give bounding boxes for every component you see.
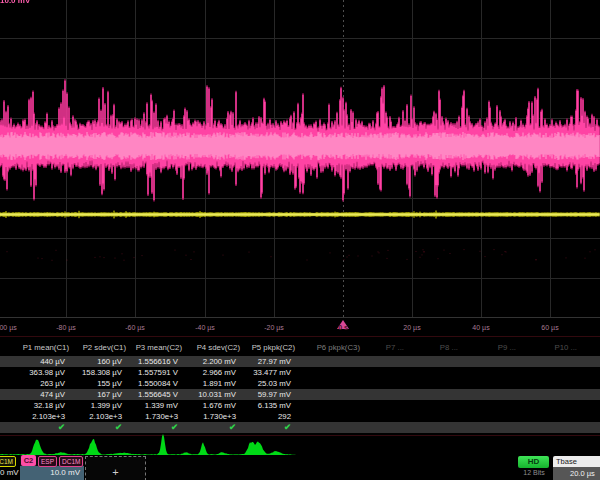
meas-value: 25.03 mV: [238, 378, 291, 389]
meas-value: 440 µV: [5, 356, 65, 367]
meas-header-p2[interactable]: P2 sdev(C1): [83, 342, 126, 353]
meas-value: 1.556645 V: [124, 389, 178, 400]
meas-value: 2.103e+3: [5, 411, 65, 422]
meas-value: 1.730e+3: [124, 411, 178, 422]
time-axis-tick: 60 µs: [541, 324, 558, 331]
meas-value: 2.966 mV: [180, 367, 236, 378]
meas-value: 1.339 mV: [124, 400, 178, 411]
descriptor-strip: DC1M 0 mV C2 ESP DC1M 10.0 mV + HD 12 Bi…: [0, 455, 600, 480]
measurement-table: P1 mean(C1)P2 sdev(C1)P3 mean(C2)P4 sdev…: [0, 336, 600, 434]
meas-value: 1.891 mV: [180, 378, 236, 389]
meas-value: 167 µV: [67, 389, 122, 400]
time-axis-tick: 20 µs: [403, 324, 420, 331]
table-status-row: [0, 422, 600, 433]
time-axis: -100 µs-80 µs-60 µs-40 µs-20 µs0 s20 µs4…: [0, 318, 600, 335]
waveform-grid: 10.0 mV: [0, 0, 600, 318]
waveform-traces: [0, 0, 600, 318]
time-axis-tick: -60 µs: [125, 324, 145, 331]
meas-header-p6: P6 pkpk(C3): [317, 342, 360, 353]
status-check-icon: ✔: [216, 422, 236, 433]
meas-value: 1.730e+3: [180, 411, 236, 422]
meas-header-p10: P10 ...: [554, 342, 577, 353]
oscilloscope-screen: 10.0 mV -100 µs-80 µs-60 µs-40 µs-20 µs0…: [0, 0, 600, 480]
channel1-descriptor[interactable]: DC1M 0 mV: [0, 455, 16, 480]
trigger-time-label: 0 s: [338, 324, 348, 331]
timebase-title: Tbase: [553, 456, 600, 467]
hd-mode-badge[interactable]: HD: [518, 456, 549, 468]
c2-eres-badge: ESP: [38, 456, 57, 467]
meas-header-p5[interactable]: P5 pkpk(C2): [252, 342, 295, 353]
status-check-icon: ✔: [271, 422, 291, 433]
meas-value: 158.308 µV: [67, 367, 122, 378]
plus-icon: +: [112, 466, 118, 478]
meas-value: 10.031 mV: [180, 389, 236, 400]
c1-coupling-badge: DC1M: [0, 456, 16, 467]
meas-value: 59.97 mV: [238, 389, 291, 400]
meas-value: 1.557591 V: [124, 367, 178, 378]
meas-value: 33.477 mV: [238, 367, 291, 378]
meas-value: 160 µV: [67, 356, 122, 367]
meas-header-p8: P8 ...: [440, 342, 458, 353]
status-check-icon: ✔: [45, 422, 65, 433]
time-axis-tick: -80 µs: [56, 324, 76, 331]
status-check-icon: ✔: [102, 422, 122, 433]
status-check-icon: ✔: [158, 422, 178, 433]
c2-coupling-badge: DC1M: [59, 456, 83, 467]
meas-value: 2.103e+3: [67, 411, 122, 422]
meas-value: 263 µV: [5, 378, 65, 389]
meas-value: 363.98 µV: [5, 367, 65, 378]
c1-scale-value: 0 mV: [0, 468, 19, 477]
time-axis-tick: -40 µs: [195, 324, 215, 331]
timebase-body: 20.0 µs: [553, 467, 600, 480]
meas-header-p7: P7 ...: [386, 342, 404, 353]
meas-header-p3[interactable]: P3 mean(C2): [136, 342, 182, 353]
meas-value: 6.135 mV: [238, 400, 291, 411]
meas-value: 155 µV: [67, 378, 122, 389]
add-trace-button[interactable]: +: [85, 456, 146, 480]
c2-scale-value: 10.0 mV: [50, 468, 80, 477]
meas-value: 2.200 mV: [180, 356, 236, 367]
meas-value: 32.18 µV: [5, 400, 65, 411]
c2-tab[interactable]: C2: [21, 455, 36, 466]
time-axis-tick: 40 µs: [472, 324, 489, 331]
time-axis-tick: -20 µs: [264, 324, 284, 331]
meas-value: 1.550084 V: [124, 378, 178, 389]
hd-bits-label: 12 Bits: [514, 469, 554, 476]
meas-header-p4[interactable]: P4 sdev(C2): [197, 342, 240, 353]
trace-scale-label: 10.0 mV: [0, 0, 30, 5]
meas-header-p1[interactable]: P1 mean(C1): [23, 342, 69, 353]
meas-value: 27.97 mV: [238, 356, 291, 367]
channel2-descriptor[interactable]: C2 ESP DC1M 10.0 mV: [20, 455, 84, 480]
histogram-trace: [0, 433, 600, 457]
meas-value: 474 µV: [5, 389, 65, 400]
time-axis-tick: -100 µs: [0, 324, 17, 331]
timebase-value: 20.0 µs: [570, 469, 595, 478]
meas-value: 292: [238, 411, 291, 422]
meas-value: 1.676 mV: [180, 400, 236, 411]
meas-value: 1.556616 V: [124, 356, 178, 367]
meas-header-p9: P9 ...: [498, 342, 516, 353]
meas-value: 1.399 µV: [67, 400, 122, 411]
timebase-descriptor[interactable]: Tbase 20.0 µs: [553, 456, 600, 480]
